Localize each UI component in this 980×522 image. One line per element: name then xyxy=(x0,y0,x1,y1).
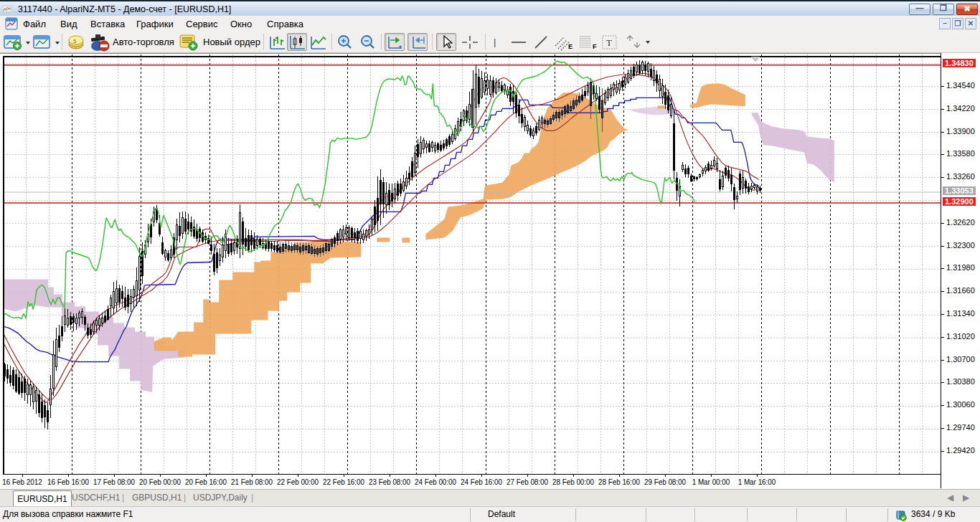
svg-text:E: E xyxy=(568,43,573,50)
svg-text:F: F xyxy=(593,43,597,50)
svg-text:5: 5 xyxy=(73,38,77,44)
svg-text:T: T xyxy=(606,37,612,48)
